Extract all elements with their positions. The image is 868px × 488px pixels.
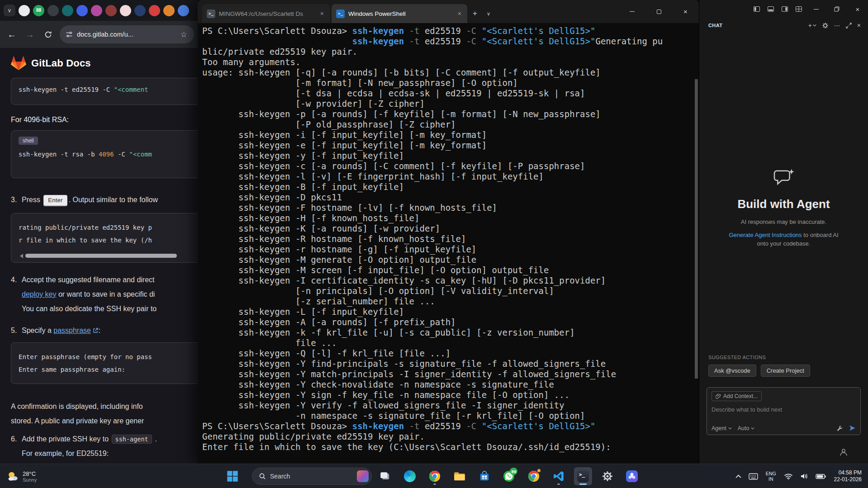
tab-favicon[interactable] <box>149 5 160 16</box>
tray-chevron-button[interactable] <box>732 474 745 479</box>
gitlab-logo-icon <box>11 56 26 71</box>
toggle-secondary-sidebar-icon[interactable] <box>778 2 792 16</box>
chrome-icon <box>429 470 441 482</box>
chat-close-button[interactable]: × <box>854 20 863 31</box>
microsoft-store-button[interactable] <box>475 467 493 485</box>
new-chat-button[interactable]: + <box>806 20 819 31</box>
language-chip: shell <box>19 137 38 145</box>
ask-vscode-button[interactable]: Ask @vscode <box>708 365 756 377</box>
back-button[interactable]: ← <box>4 26 20 43</box>
terminal-line: ssh-keygen -l [-v] [-E fingerprint_hash]… <box>202 171 699 182</box>
paragraph-text: stored. A public and private key are gen… <box>11 414 198 428</box>
suggested-actions-label: SUGGESTED ACTIONS <box>708 355 766 360</box>
start-button[interactable] <box>223 467 242 485</box>
terminal-line: Generating public/private ed25519 key pa… <box>202 431 699 442</box>
tab-favicon[interactable] <box>19 5 30 16</box>
tab-search-button[interactable]: ∨ <box>4 5 15 16</box>
tab-favicon[interactable] <box>62 5 73 16</box>
reload-button[interactable] <box>40 26 56 43</box>
chat-expand-button[interactable] <box>843 20 854 31</box>
bookmark-star-icon[interactable]: ☆ <box>180 30 188 39</box>
vscode-close-button[interactable]: × <box>847 0 868 18</box>
account-icon[interactable] <box>839 448 848 459</box>
tab-favicon[interactable] <box>120 5 131 16</box>
toggle-panel-icon[interactable] <box>764 2 778 16</box>
agent-mode-select[interactable]: Agent <box>711 425 732 431</box>
customize-layout-icon[interactable] <box>792 2 806 16</box>
tab-dropdown-button[interactable]: ∨ <box>483 4 494 23</box>
wifi-icon[interactable] <box>780 473 797 480</box>
vscode-minimize-button[interactable] <box>806 0 826 18</box>
new-tab-button[interactable]: + <box>467 4 483 23</box>
edge-taskbar-button[interactable] <box>401 467 419 485</box>
battery-icon[interactable] <box>812 474 830 479</box>
tab-mingw64[interactable]: >_ MINGW64:/c/Users/Scarlett Ds × <box>202 4 330 23</box>
scrollbar-thumb[interactable] <box>25 254 177 258</box>
terminal-line: ssh-keygen -Y sign -f key_file -n namesp… <box>202 390 699 400</box>
scroll-left-arrow[interactable] <box>18 254 23 258</box>
weather-widget[interactable]: 28°C Sunny <box>3 464 40 488</box>
create-project-button[interactable]: Create Project <box>761 365 810 377</box>
chrome-profile2-button[interactable] <box>525 467 543 485</box>
vscode-restore-button[interactable] <box>826 0 847 18</box>
search-highlight-icon[interactable] <box>357 470 369 482</box>
volume-icon[interactable] <box>797 473 812 480</box>
tab-favicon[interactable] <box>134 5 146 16</box>
whatsapp-button[interactable]: 89 <box>500 467 518 485</box>
photos-app-button[interactable] <box>623 467 641 485</box>
chat-input-placeholder[interactable]: Describe what to build next <box>711 406 856 413</box>
browser-window: ∨ 88 ← → docs.gitlab.com/u... ☆ <box>0 0 198 464</box>
tab-favicon[interactable] <box>76 5 88 16</box>
tab-favicon[interactable] <box>47 5 59 16</box>
settings-taskbar-button[interactable] <box>598 467 617 485</box>
chat-settings-button[interactable] <box>819 20 831 31</box>
chat-hero: Build with Agent AI responses may be ina… <box>699 168 868 248</box>
terminal-scrollbar[interactable] <box>695 79 698 379</box>
chrome-taskbar-button[interactable] <box>426 467 444 485</box>
deploy-key-link[interactable]: deploy key <box>22 290 57 298</box>
add-context-button[interactable]: Add Context... <box>711 391 762 401</box>
tab-close-icon[interactable]: × <box>319 10 325 17</box>
language-indicator[interactable]: ENG IN <box>762 471 780 482</box>
terminal-output[interactable]: PS C:\Users\Scarlett Dsouza> ssh-keygen … <box>198 23 699 464</box>
terminal-tab-bar: >_ MINGW64:/c/Users/Scarlett Ds × >_ Win… <box>198 0 699 23</box>
model-select[interactable]: Auto <box>738 425 755 431</box>
file-explorer-button[interactable] <box>451 467 469 485</box>
focused-app-indicator <box>579 483 587 485</box>
chat-more-button[interactable]: ⋯ <box>831 20 843 31</box>
toggle-primary-sidebar-icon[interactable] <box>749 2 764 16</box>
terminal-taskbar-button[interactable]: >_ <box>574 467 592 485</box>
terminal-line: blic/private ed25519 key pair. <box>202 47 699 57</box>
passphrase-link[interactable]: passphrase <box>53 327 91 334</box>
tab-favicon[interactable]: 88 <box>33 5 44 16</box>
tools-icon[interactable] <box>837 425 843 431</box>
step-text: You can also dedicate the SSH key pair t… <box>22 305 157 313</box>
maximize-button[interactable] <box>645 0 672 23</box>
tab-favicon[interactable] <box>163 5 175 16</box>
horizontal-scrollbar[interactable] <box>18 253 194 258</box>
terminal-line: ssh-keygen -i [-f input_keyfile] [-m key… <box>202 130 699 140</box>
close-button[interactable]: × <box>672 0 699 23</box>
touch-keyboard-icon[interactable] <box>745 473 762 480</box>
address-bar[interactable]: docs.gitlab.com/u... ☆ <box>60 25 194 43</box>
forward-button[interactable]: → <box>22 26 38 43</box>
send-icon[interactable] <box>849 425 856 431</box>
generate-agent-instructions-link[interactable]: Generate Agent Instructions <box>729 232 802 238</box>
task-view-button[interactable] <box>376 467 394 485</box>
taskbar-search[interactable]: Search <box>252 468 372 485</box>
tab-favicon[interactable] <box>105 5 117 16</box>
tab-close-icon[interactable]: × <box>456 10 463 17</box>
language-region: IN <box>766 476 776 482</box>
tab-favicon[interactable] <box>178 5 189 16</box>
tab-powershell[interactable]: >_ Windows PowerShell × <box>332 4 467 23</box>
tune-icon <box>66 31 73 38</box>
terminal-line: -n namespace -s signature_file [-r krl_f… <box>202 411 699 421</box>
paragraph-text: A confirmation is displayed, including i… <box>11 399 198 414</box>
minimize-icon <box>630 11 635 12</box>
clock[interactable]: 04:58 PM 22-01-2026 <box>834 469 862 483</box>
minimize-button[interactable] <box>619 0 645 23</box>
terminal-line: ssh-keygen -c [-a rounds] [-C comment] [… <box>202 161 699 171</box>
vscode-taskbar-button[interactable] <box>550 467 568 485</box>
chat-input-box[interactable]: Add Context... Describe what to build ne… <box>707 387 861 435</box>
tab-favicon[interactable] <box>91 5 102 16</box>
